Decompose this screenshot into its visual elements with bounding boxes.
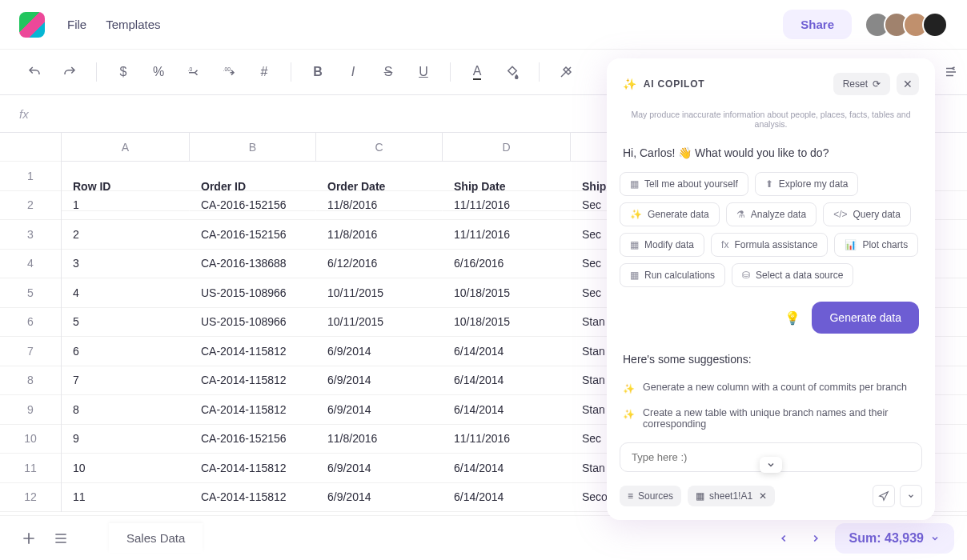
fill-color-button[interactable]	[497, 57, 528, 87]
row-number[interactable]: 9	[0, 395, 61, 425]
next-button[interactable]	[803, 526, 829, 551]
prev-button[interactable]	[771, 526, 796, 551]
add-sheet-button[interactable]	[13, 522, 45, 554]
suggestion-item[interactable]: ✨Create a new table with unique branch n…	[607, 401, 935, 436]
share-button[interactable]: Share	[783, 10, 852, 39]
cell[interactable]: 6/12/2016	[316, 250, 443, 278]
collaborator-avatars[interactable]	[865, 12, 948, 38]
action-chip[interactable]: ▦Tell me about yourself	[620, 172, 748, 196]
cell[interactable]: 6/16/2016	[443, 250, 571, 278]
underline-button[interactable]: U	[408, 57, 439, 87]
cell[interactable]: 6/9/2014	[316, 366, 443, 395]
action-chip[interactable]: ⚗Analyze data	[726, 202, 817, 226]
row-number[interactable]: 4	[0, 250, 61, 279]
generate-data-button[interactable]: Generate data	[812, 302, 919, 334]
cell[interactable]: 9	[62, 425, 190, 454]
cell[interactable]: 6/14/2014	[443, 337, 571, 366]
avatar[interactable]	[922, 12, 948, 38]
cell[interactable]: CA-2014-115812	[190, 454, 316, 482]
column-header[interactable]: C	[316, 133, 443, 162]
row-number[interactable]: 8	[0, 366, 61, 396]
cell[interactable]: 11/8/2016	[316, 220, 443, 249]
cell[interactable]: 6/9/2014	[316, 337, 443, 366]
cell[interactable]: CA-2016-152156	[190, 191, 316, 220]
column-header[interactable]: B	[190, 133, 316, 162]
sheet-tab[interactable]: Sales Data	[109, 523, 203, 553]
cell[interactable]: 1	[62, 191, 190, 220]
action-chip[interactable]: 📊Plot charts	[834, 233, 918, 257]
action-chip[interactable]: ⬆Explore my data	[755, 172, 859, 196]
cell[interactable]: 6/14/2014	[443, 366, 571, 395]
row-number[interactable]: 10	[0, 425, 61, 454]
cell[interactable]: CA-2014-115812	[190, 337, 316, 366]
cell[interactable]: CA-2016-152156	[190, 220, 316, 249]
select-all-corner[interactable]	[0, 133, 61, 162]
cell[interactable]: 11/8/2016	[316, 425, 443, 454]
cell[interactable]: 11/8/2016	[316, 191, 443, 220]
reset-button[interactable]: Reset ⟳	[833, 73, 890, 95]
decrease-decimal-button[interactable]: .0	[179, 57, 209, 87]
menu-file[interactable]: File	[67, 18, 86, 31]
cell[interactable]: US-2015-108966	[190, 308, 316, 337]
sum-display[interactable]: Sum: 43,939	[835, 523, 954, 554]
redo-button[interactable]	[54, 57, 85, 87]
cell[interactable]: CA-2014-115812	[190, 395, 316, 424]
bold-button[interactable]: B	[303, 57, 333, 87]
text-color-button[interactable]: A	[462, 57, 492, 87]
panel-toggle-button[interactable]	[935, 65, 967, 79]
sources-chip[interactable]: ≡ Sources	[620, 486, 681, 506]
strikethrough-button[interactable]: S	[373, 57, 403, 87]
cell[interactable]: 7	[62, 366, 190, 395]
cell[interactable]: 8	[62, 395, 190, 424]
row-number[interactable]: 5	[0, 278, 61, 308]
cell[interactable]: CA-2016-138688	[190, 250, 316, 278]
lightbulb-icon[interactable]: 💡	[784, 310, 800, 326]
cell[interactable]: 11/11/2016	[443, 425, 571, 454]
cell[interactable]: CA-2016-152156	[190, 425, 316, 454]
cell[interactable]: 6/9/2014	[316, 395, 443, 424]
cell[interactable]: US-2015-108966	[190, 278, 316, 307]
cell[interactable]: 6/9/2014	[316, 454, 443, 482]
row-number[interactable]: 3	[0, 220, 61, 250]
close-button[interactable]: ✕	[897, 73, 919, 95]
increase-decimal-button[interactable]: .00	[214, 57, 244, 87]
cell[interactable]: 10/11/2015	[316, 308, 443, 337]
action-chip[interactable]: ✨Generate data	[620, 202, 720, 226]
remove-source-icon[interactable]: ✕	[759, 490, 767, 502]
cell[interactable]: 6/14/2014	[443, 395, 571, 424]
sheets-menu-button[interactable]	[45, 522, 77, 554]
cell[interactable]: 6/14/2014	[443, 483, 571, 512]
send-button[interactable]	[873, 485, 895, 507]
suggestion-item[interactable]: ✨Generate a new column with a count of c…	[607, 375, 935, 401]
cell[interactable]: 10/11/2015	[316, 278, 443, 307]
undo-button[interactable]	[19, 57, 50, 87]
cell[interactable]: 11	[62, 483, 190, 512]
cell[interactable]: 10/18/2015	[443, 278, 571, 307]
percent-button[interactable]: %	[143, 57, 174, 87]
hash-button[interactable]: #	[249, 57, 279, 87]
row-number[interactable]: 6	[0, 308, 61, 338]
cell[interactable]: CA-2014-115812	[190, 366, 316, 395]
source-ref-chip[interactable]: ▦ sheet1!A1 ✕	[688, 486, 775, 506]
italic-button[interactable]: I	[338, 57, 368, 87]
cell[interactable]: 2	[62, 220, 190, 249]
cell[interactable]: CA-2014-115812	[190, 483, 316, 512]
row-number[interactable]: 7	[0, 337, 61, 366]
cell[interactable]: 11/11/2016	[443, 220, 571, 249]
action-chip[interactable]: </>Query data	[823, 202, 911, 226]
action-chip[interactable]: fxFormula assistance	[711, 233, 828, 257]
clear-format-button[interactable]	[551, 57, 581, 87]
app-logo[interactable]	[19, 12, 45, 38]
cell[interactable]: 5	[62, 308, 190, 337]
action-chip[interactable]: ▦Modify data	[620, 233, 704, 257]
cell[interactable]: 6/9/2014	[316, 483, 443, 512]
cell[interactable]: 3	[62, 250, 190, 278]
column-header[interactable]: A	[62, 133, 190, 162]
expand-down-button[interactable]	[760, 457, 782, 473]
action-chip[interactable]: ⛁Select a data source	[732, 263, 853, 287]
row-number[interactable]: 12	[0, 483, 61, 513]
cell[interactable]: 4	[62, 278, 190, 307]
send-options-button[interactable]	[900, 485, 922, 507]
menu-templates[interactable]: Templates	[106, 18, 160, 31]
row-number[interactable]: 11	[0, 454, 61, 483]
